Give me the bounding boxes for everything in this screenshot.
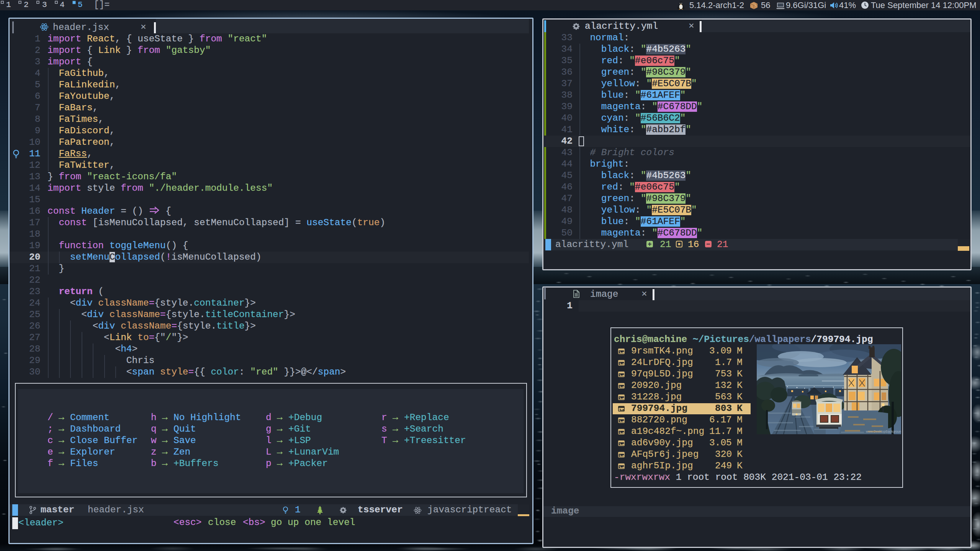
svg-text:www.DesktopBackground.org: www.DesktopBackground.org (865, 430, 901, 433)
